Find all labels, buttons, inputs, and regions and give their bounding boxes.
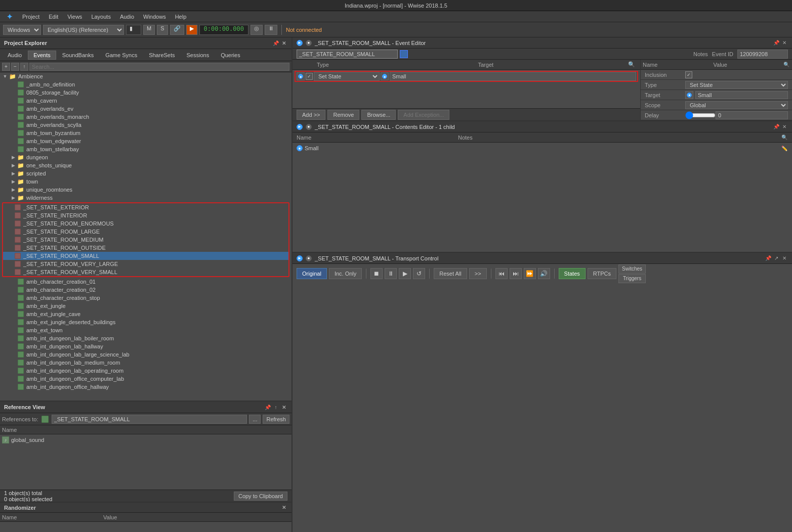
switches-btn[interactable]: Switches — [618, 264, 646, 274]
btn-audio[interactable]: ▶ — [186, 25, 197, 35]
btn-link[interactable]: 🔗 — [170, 25, 184, 35]
contents-item[interactable]: ● Small ✏️ — [293, 143, 792, 154]
list-item[interactable]: amb_overlands_monarch — [0, 113, 291, 121]
list-item[interactable]: _SET_STATE_ROOM_MEDIUM — [3, 236, 288, 244]
list-item[interactable]: ▶ 📁 town — [0, 178, 291, 186]
btn-m[interactable]: M — [143, 25, 155, 35]
contents-item-edit[interactable]: ✏️ — [781, 145, 788, 152]
list-item[interactable]: ▶ 📁 scripted — [0, 169, 291, 178]
menu-views[interactable]: Views — [63, 13, 86, 21]
list-item[interactable]: amb_int_dungeon_lab_boiler_room — [0, 334, 291, 342]
menu-windows[interactable]: Windows — [139, 13, 170, 21]
add-btn[interactable]: Add >> — [297, 110, 325, 120]
list-item[interactable]: _SET_STATE_ROOM_LARGE — [3, 228, 288, 236]
event-target-input[interactable] — [390, 72, 636, 81]
list-item[interactable]: _SET_STATE_INTERIOR — [3, 211, 288, 219]
ref-content[interactable]: ♪ global_sound — [0, 434, 291, 490]
language-dropdown[interactable]: English(US) (Reference) — [43, 25, 124, 35]
tree-search[interactable] — [29, 63, 289, 71]
panel-pin[interactable]: 📌 — [272, 39, 279, 47]
tab-queries[interactable]: Queries — [215, 51, 246, 60]
event-id-input[interactable] — [737, 50, 788, 59]
ref-pin[interactable]: 📌 — [264, 404, 271, 411]
event-inclusion-checkbox[interactable]: ✓ — [306, 73, 313, 80]
props-scope-dropdown[interactable]: Global — [685, 101, 788, 109]
props-target-icon[interactable]: ● — [685, 91, 693, 99]
props-inclusion-check[interactable]: ✓ — [685, 71, 692, 78]
list-item[interactable]: amb_town_stellarbay — [0, 145, 291, 153]
transport-expand[interactable]: ↗ — [773, 255, 780, 262]
btn-pause[interactable]: ⏸ — [265, 25, 277, 35]
event-editor-close[interactable]: ✕ — [781, 39, 788, 47]
reset-all-btn[interactable]: Reset All — [434, 268, 467, 279]
tab-soundbanks[interactable]: SoundBanks — [57, 51, 99, 60]
list-item[interactable]: ▶ 📁 unique_roomtones — [0, 186, 291, 194]
panel-close[interactable]: ✕ — [280, 39, 287, 47]
list-item[interactable]: amb_int_dungeon_office_hallway — [0, 383, 291, 391]
rewind-btn[interactable]: ⏮ — [495, 268, 508, 279]
seek-btn[interactable]: ⏩ — [524, 268, 536, 279]
list-item[interactable]: ▶ 📁 dungeon — [0, 153, 291, 161]
triggers-btn[interactable]: Triggers — [618, 274, 646, 283]
props-delay-slider[interactable] — [685, 111, 716, 119]
vol-btn[interactable]: 🔊 — [538, 268, 550, 279]
transport-pin[interactable]: 📌 — [765, 255, 772, 262]
list-item[interactable]: amb_ext_jungle_cave — [0, 310, 291, 318]
expand-ambience[interactable]: ▼ — [2, 73, 8, 79]
tab-sharesets[interactable]: ShareSets — [143, 51, 180, 60]
ref-item[interactable]: ♪ global_sound — [2, 435, 289, 445]
tree-btn-delete[interactable]: − — [11, 63, 19, 71]
list-item[interactable]: _SET_STATE_ROOM_VERY_LARGE — [3, 260, 288, 268]
list-item[interactable]: 0805_storage_facility — [0, 88, 291, 97]
list-item[interactable]: amb_overlands_scylla — [0, 121, 291, 129]
btn-record[interactable]: ◎ — [251, 25, 263, 35]
tab-audio[interactable]: Audio — [2, 51, 27, 60]
tree-btn-import[interactable]: ↑ — [20, 63, 28, 71]
states-btn[interactable]: States — [559, 268, 586, 279]
list-item[interactable]: amb_int_dungeon_lab_large_science_lab — [0, 350, 291, 359]
menu-audio[interactable]: Audio — [116, 13, 138, 21]
color-swatch[interactable]: ▮ — [126, 25, 141, 35]
list-item[interactable]: ▶ 📁 wilderness — [0, 194, 291, 202]
list-item[interactable]: amb_character_creation_stop — [0, 294, 291, 302]
fwd-btn[interactable]: ⏭ — [510, 268, 522, 279]
contents-scroll[interactable]: ● Small ✏️ — [293, 143, 792, 154]
props-search[interactable]: 🔍 — [783, 61, 790, 68]
list-item[interactable]: amb_town_edgewater — [0, 137, 291, 145]
event-editor-pin[interactable]: 📌 — [773, 39, 780, 47]
menu-edit[interactable]: Edit — [45, 13, 62, 21]
menu-layouts[interactable]: Layouts — [87, 13, 115, 21]
tab-game-syncs[interactable]: Game Syncs — [100, 51, 143, 60]
rtpcs-btn[interactable]: RTPCs — [588, 268, 616, 279]
copy-clipboard-btn[interactable]: Copy to Clipboard — [234, 492, 287, 501]
menu-help[interactable]: Help — [171, 13, 191, 21]
ref-refresh-btn[interactable]: Refresh — [263, 415, 289, 424]
tree-btn-add[interactable]: + — [2, 63, 10, 71]
list-item[interactable]: _SET_STATE_ROOM_OUTSIDE — [3, 244, 288, 252]
list-item[interactable]: _SET_STATE_ROOM_ENORMOUS — [3, 219, 288, 228]
tab-sessions[interactable]: Sessions — [181, 51, 215, 60]
tree-item-ambience[interactable]: ▼ 📁 Ambience — [0, 72, 291, 80]
event-type-dropdown[interactable]: Set State — [314, 72, 380, 81]
list-item[interactable]: _amb_no_definition — [0, 80, 291, 88]
loop-btn[interactable]: ↺ — [413, 268, 425, 279]
list-item[interactable]: amb_character_creation_02 — [0, 286, 291, 294]
btn-s[interactable]: S — [157, 25, 168, 35]
ref-browse-btn[interactable]: ... — [249, 415, 261, 424]
list-item[interactable]: amb_town_byzantium — [0, 129, 291, 137]
list-item-selected[interactable]: _SET_STATE_ROOM_SMALL — [3, 252, 288, 260]
contents-pin[interactable]: 📌 — [773, 123, 780, 130]
list-item[interactable]: amb_ext_jungle — [0, 302, 291, 310]
list-item[interactable]: amb_cavern — [0, 97, 291, 105]
stop-btn[interactable]: ⏹ — [370, 268, 383, 279]
ref-close[interactable]: ✕ — [280, 404, 287, 411]
list-item[interactable]: amb_int_dungeon_lab_operating_room — [0, 367, 291, 375]
pause-btn[interactable]: ⏸ — [385, 268, 397, 279]
randomizer-close[interactable]: ✕ — [280, 504, 287, 511]
list-item[interactable]: amb_int_dungeon_lab_medium_room — [0, 359, 291, 367]
skip-btn[interactable]: >> — [469, 268, 487, 279]
list-item[interactable]: _SET_STATE_ROOM_VERY_SMALL — [3, 268, 288, 276]
list-item[interactable]: amb_ext_town — [0, 326, 291, 334]
props-delay-input[interactable] — [716, 111, 788, 119]
ref-input[interactable] — [52, 415, 247, 424]
